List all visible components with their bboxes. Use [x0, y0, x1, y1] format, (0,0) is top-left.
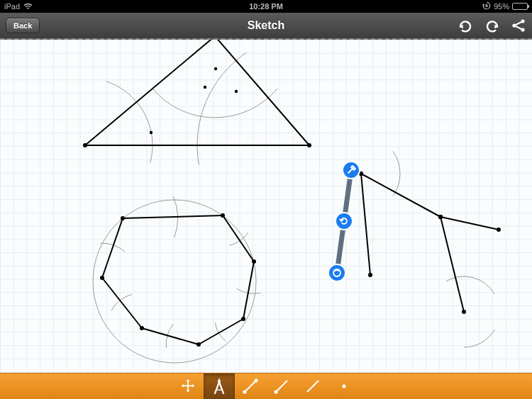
nav-bar: Back Sketch [0, 13, 532, 40]
status-time: 10:28 PM [0, 2, 532, 11]
svg-point-28 [241, 317, 245, 321]
svg-point-26 [221, 213, 225, 218]
svg-point-22 [150, 131, 153, 134]
redo-button[interactable] [484, 18, 501, 33]
compass-tool[interactable] [204, 373, 235, 399]
svg-line-47 [245, 381, 256, 392]
share-button[interactable] [511, 18, 526, 33]
svg-point-27 [252, 259, 256, 264]
svg-point-25 [235, 90, 238, 93]
svg-point-30 [140, 326, 144, 330]
svg-point-53 [342, 384, 345, 388]
svg-line-7 [215, 40, 309, 145]
device-label: iPad [4, 2, 20, 11]
point-tool[interactable] [328, 373, 360, 399]
svg-point-4 [93, 200, 256, 363]
battery-icon [512, 3, 528, 10]
svg-point-29 [196, 342, 201, 347]
svg-line-6 [85, 40, 215, 145]
svg-line-50 [276, 381, 287, 392]
bottom-toolbar [0, 373, 532, 399]
svg-rect-46 [218, 378, 220, 380]
svg-line-52 [307, 381, 318, 392]
svg-point-44 [328, 264, 345, 281]
battery-pct: 95% [494, 2, 509, 11]
move-tool[interactable] [172, 373, 204, 399]
svg-line-14 [123, 215, 223, 218]
svg-point-23 [214, 67, 217, 70]
ios-status-bar: iPad 10:28 PM 95% [0, 0, 532, 13]
svg-line-11 [142, 328, 199, 344]
svg-line-8 [223, 215, 254, 262]
svg-point-38 [497, 227, 501, 232]
svg-point-32 [121, 216, 125, 220]
wifi-icon [23, 3, 33, 10]
page-title: Sketch [0, 19, 532, 32]
undo-button[interactable] [457, 18, 474, 33]
line-tool[interactable] [297, 373, 328, 399]
svg-line-18 [440, 217, 464, 312]
svg-point-31 [100, 276, 104, 280]
svg-point-43 [336, 213, 353, 230]
svg-rect-0 [486, 5, 488, 6]
svg-line-9 [243, 262, 254, 319]
ray-point-tool[interactable] [266, 373, 297, 399]
svg-point-24 [204, 86, 206, 89]
svg-point-34 [368, 273, 372, 277]
svg-point-39 [438, 215, 443, 219]
svg-point-40 [462, 310, 466, 314]
svg-line-10 [199, 319, 243, 344]
svg-point-19 [83, 143, 87, 147]
svg-line-15 [361, 174, 370, 275]
sketch-canvas[interactable] [0, 40, 532, 373]
svg-point-51 [274, 390, 277, 393]
svg-line-17 [440, 217, 499, 230]
svg-point-20 [307, 143, 311, 147]
segment-endpoint-tool[interactable] [235, 373, 266, 399]
rotation-lock-icon [482, 1, 491, 11]
svg-point-49 [254, 378, 257, 382]
svg-line-16 [361, 174, 440, 217]
svg-point-48 [243, 390, 246, 393]
back-button[interactable]: Back [6, 18, 40, 33]
svg-line-12 [102, 278, 142, 328]
